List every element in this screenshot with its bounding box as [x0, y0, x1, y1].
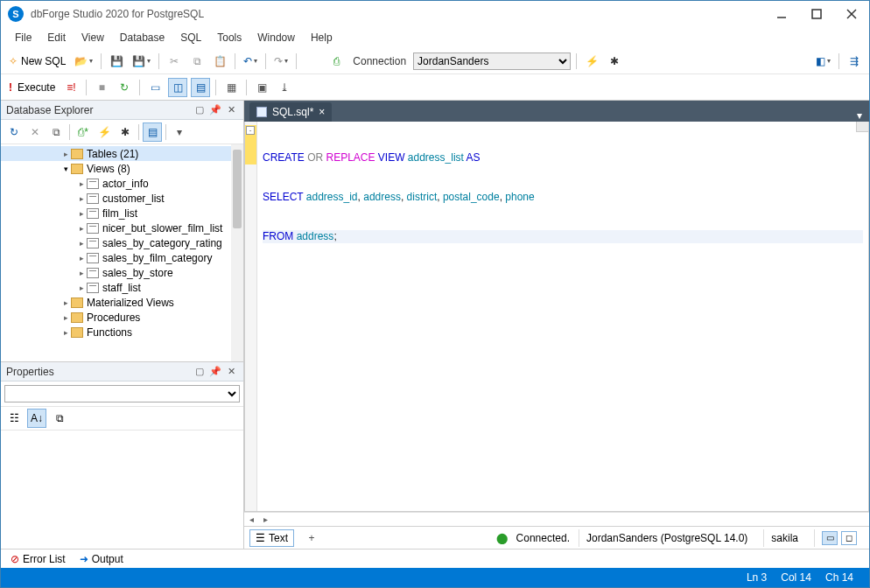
- tree-view-item[interactable]: ▸actor_info: [1, 176, 243, 191]
- results-layout-dropdown[interactable]: ▦: [221, 78, 241, 97]
- tree-view-item[interactable]: ▸staff_list: [1, 280, 243, 295]
- stop-button[interactable]: ■: [92, 78, 111, 97]
- expand-arrow-icon[interactable]: ▸: [76, 254, 87, 262]
- view-mode-3-button[interactable]: ▤: [191, 78, 210, 97]
- cut-button[interactable]: ✂: [165, 52, 184, 71]
- fold-toggle-icon[interactable]: -: [246, 126, 255, 135]
- db-explorer-tree[interactable]: ▸Tables (21)▾Views (8)▸actor_info▸custom…: [1, 144, 243, 361]
- text-tab-button[interactable]: ☰ Text: [249, 529, 294, 547]
- options-icon[interactable]: ⇶: [845, 52, 864, 71]
- menu-help[interactable]: Help: [304, 30, 340, 46]
- menu-database[interactable]: Database: [113, 30, 172, 46]
- menu-window[interactable]: Window: [250, 30, 302, 46]
- copy-obj-button[interactable]: ⧉: [46, 122, 66, 142]
- tree-folder[interactable]: ▸Tables (21): [1, 146, 243, 161]
- tree-view-item[interactable]: ▸sales_by_category_rating: [1, 235, 243, 250]
- properties-categorize-button[interactable]: ☷: [4, 409, 24, 428]
- menu-file[interactable]: File: [8, 30, 39, 46]
- show-objects-button[interactable]: ▤: [143, 122, 162, 142]
- connection-select[interactable]: JordanSanders: [413, 52, 571, 70]
- menu-view[interactable]: View: [74, 30, 111, 46]
- delete-button[interactable]: ✕: [25, 122, 45, 142]
- properties-object-select[interactable]: [4, 385, 240, 402]
- refresh-button[interactable]: ↻: [4, 122, 24, 142]
- sql-editor[interactable]: CREATE OR REPLACE VIEW address_list AS S…: [257, 122, 868, 511]
- expand-arrow-icon[interactable]: ▸: [76, 194, 87, 203]
- undo-dropdown[interactable]: ↶: [241, 52, 260, 71]
- filter-button[interactable]: ▾: [170, 122, 189, 142]
- close-button[interactable]: [834, 1, 869, 27]
- expand-arrow-icon[interactable]: ▸: [76, 269, 87, 277]
- redo-dropdown[interactable]: ↷: [271, 52, 291, 71]
- connection-icon[interactable]: ⎙: [326, 52, 346, 71]
- menu-edit[interactable]: Edit: [40, 30, 73, 46]
- scroll-right-icon[interactable]: ▸: [258, 513, 272, 527]
- expand-arrow-icon[interactable]: ▾: [60, 164, 71, 173]
- tree-view-item[interactable]: ▸customer_list: [1, 191, 243, 206]
- editor-gutter[interactable]: -: [245, 122, 257, 511]
- menu-sql[interactable]: SQL: [173, 30, 208, 46]
- tree-folder[interactable]: ▸Materialized Views: [1, 295, 243, 310]
- connect-button[interactable]: ⚡: [582, 52, 601, 71]
- output-label: Output: [92, 553, 123, 565]
- new-sql-button[interactable]: ✧New SQL: [6, 52, 68, 71]
- execute-button[interactable]: ! Execute: [6, 78, 58, 97]
- tree-view-item[interactable]: ▸sales_by_film_category: [1, 250, 243, 265]
- image-button[interactable]: ▣: [252, 78, 271, 97]
- execute-to-cursor-button[interactable]: ≡!: [61, 78, 81, 97]
- document-tab[interactable]: SQL.sql* ×: [249, 102, 332, 122]
- view-mode-1-button[interactable]: ▭: [145, 78, 165, 97]
- properties-dock-icon[interactable]: ▢: [193, 365, 207, 379]
- document-tab-close-icon[interactable]: ×: [319, 106, 325, 118]
- expand-arrow-icon[interactable]: ▸: [76, 239, 87, 248]
- tree-view-item[interactable]: ▸nicer_but_slower_film_list: [1, 220, 243, 235]
- save-all-dropdown[interactable]: 💾: [130, 52, 153, 71]
- panel-pin-icon[interactable]: 📌: [208, 103, 222, 117]
- error-list-tab[interactable]: ⊘ Error List: [4, 551, 72, 567]
- new-connection-button[interactable]: ⎙*: [74, 122, 93, 142]
- properties-sort-button[interactable]: A↓: [27, 409, 46, 428]
- tree-folder[interactable]: ▸Procedures: [1, 310, 243, 325]
- paste-button[interactable]: 📋: [210, 52, 229, 71]
- properties-pages-button[interactable]: ⧉: [50, 409, 69, 428]
- start-page-dropdown[interactable]: ◧: [813, 52, 833, 71]
- refresh-exec-button[interactable]: ↻: [115, 78, 134, 97]
- scroll-left-icon[interactable]: ◂: [244, 513, 258, 527]
- tree-folder[interactable]: ▸Functions: [1, 325, 243, 340]
- expand-arrow-icon[interactable]: ▸: [60, 150, 71, 158]
- results-mode-2-icon[interactable]: ◻: [841, 531, 857, 545]
- tree-view-item[interactable]: ▸sales_by_store: [1, 265, 243, 280]
- connect-db-button[interactable]: ⚡: [95, 122, 114, 142]
- tree-folder[interactable]: ▾Views (8): [1, 161, 243, 176]
- disconnect-db-button[interactable]: ✱: [116, 122, 135, 142]
- save-button[interactable]: 💾: [107, 52, 126, 71]
- maximize-button[interactable]: [799, 1, 834, 27]
- expand-arrow-icon[interactable]: ▸: [76, 209, 87, 218]
- expand-arrow-icon[interactable]: ▸: [60, 298, 71, 307]
- panel-dock-icon[interactable]: ▢: [193, 103, 207, 117]
- expand-arrow-icon[interactable]: ▸: [76, 284, 87, 292]
- menu-tools[interactable]: Tools: [210, 30, 249, 46]
- results-mode-1-icon[interactable]: ▭: [822, 531, 838, 545]
- open-dropdown[interactable]: 📂: [72, 52, 95, 71]
- editor-hscroll[interactable]: ◂ ▸: [244, 512, 869, 526]
- expand-arrow-icon[interactable]: ▸: [76, 224, 87, 233]
- properties-pin-icon[interactable]: 📌: [208, 365, 222, 379]
- scrollbar-thumb[interactable]: [233, 150, 242, 228]
- minimize-button[interactable]: [764, 1, 799, 27]
- expand-arrow-icon[interactable]: ▸: [76, 179, 87, 188]
- copy-button[interactable]: ⧉: [187, 52, 207, 71]
- tree-scrollbar[interactable]: [231, 144, 243, 361]
- properties-close-icon[interactable]: ✕: [224, 365, 238, 379]
- output-tab[interactable]: ➜ Output: [74, 551, 130, 567]
- view-mode-2-button[interactable]: ◫: [168, 78, 187, 97]
- tree-view-item[interactable]: ▸film_list: [1, 206, 243, 220]
- tab-overflow-icon[interactable]: ▾: [850, 109, 869, 122]
- add-view-button[interactable]: +: [303, 529, 320, 547]
- disconnect-button[interactable]: ✱: [605, 52, 624, 71]
- editor-split-handle[interactable]: [856, 122, 868, 132]
- expand-arrow-icon[interactable]: ▸: [60, 313, 71, 322]
- export-dropdown[interactable]: ⤓: [275, 78, 294, 97]
- panel-close-icon[interactable]: ✕: [224, 103, 238, 117]
- expand-arrow-icon[interactable]: ▸: [60, 328, 71, 337]
